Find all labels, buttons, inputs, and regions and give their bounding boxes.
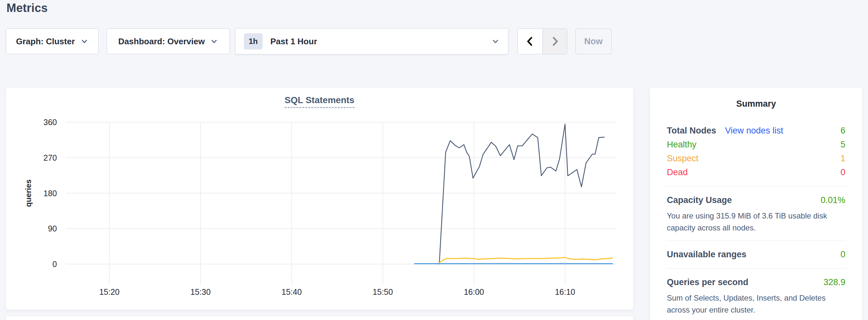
previous-time-window-button[interactable]: [518, 29, 542, 54]
dead-label: Dead: [667, 165, 688, 180]
dashboard-dropdown[interactable]: Dashboard: Overview: [107, 28, 230, 54]
chevron-down-icon: [491, 37, 500, 45]
total-nodes-value: 6: [840, 124, 845, 138]
summary-title: Summary: [667, 99, 845, 109]
queries-per-second-value: 328.9: [824, 276, 845, 289]
now-button[interactable]: Now: [575, 28, 612, 54]
time-range-label: Past 1 Hour: [270, 36, 484, 46]
total-nodes-label: Total Nodes: [667, 126, 716, 135]
chevron-down-icon: [210, 37, 218, 45]
time-range-picker[interactable]: 1h Past 1 Hour: [235, 28, 508, 54]
svg-text:16:10: 16:10: [555, 287, 575, 296]
svg-text:queries: queries: [24, 180, 33, 207]
divider: [667, 241, 845, 241]
svg-text:15:40: 15:40: [282, 287, 302, 296]
unavailable-ranges-value: 0: [840, 248, 845, 261]
svg-text:15:30: 15:30: [190, 287, 211, 296]
dashboard-dropdown-label: Dashboard: Overview: [118, 36, 205, 46]
queries-per-second-description: Sum of Selects, Updates, Inserts, and De…: [667, 292, 845, 316]
unavailable-ranges-row: Unavailable ranges 0: [667, 248, 845, 261]
svg-text:0: 0: [52, 260, 57, 268]
svg-text:270: 270: [43, 153, 57, 162]
chevron-right-icon: [550, 36, 560, 47]
svg-text:90: 90: [48, 224, 57, 233]
svg-text:16:00: 16:00: [464, 287, 484, 296]
capacity-usage-row: Capacity Usage 0.01%: [667, 193, 845, 207]
chevron-down-icon: [80, 37, 89, 45]
time-shift-button-group: [518, 28, 567, 54]
navy-series-line: [439, 124, 604, 264]
suspect-nodes-row: Suspect 1: [667, 152, 845, 165]
next-chart-card-partial: [6, 316, 633, 320]
unavailable-ranges-label: Unavailable ranges: [667, 248, 746, 261]
page-title: Metrics: [6, 1, 48, 15]
svg-text:180: 180: [43, 189, 57, 198]
capacity-usage-description: You are using 315.9 MiB of 3.6 TiB usabl…: [667, 210, 845, 234]
suspect-label: Suspect: [667, 152, 699, 165]
graph-scope-dropdown-label: Graph: Cluster: [16, 36, 75, 46]
chevron-left-icon: [525, 36, 535, 47]
divider: [667, 268, 845, 268]
svg-text:360: 360: [43, 118, 57, 127]
queries-per-second-label: Queries per second: [667, 276, 748, 289]
dead-nodes-row: Dead 0: [667, 165, 845, 180]
sql-statements-chart-card: SQL Statements 09018027036015:2015:3015:…: [6, 88, 633, 310]
healthy-nodes-row: Healthy 5: [667, 138, 845, 152]
dead-value: 0: [840, 165, 845, 180]
yellow-series-line: [438, 257, 613, 264]
healthy-label: Healthy: [667, 138, 696, 152]
next-time-window-button[interactable]: [542, 29, 567, 54]
svg-text:15:20: 15:20: [99, 287, 120, 296]
summary-panel: Summary Total Nodes View nodes list 6 He…: [650, 88, 862, 320]
queries-per-second-row: Queries per second 328.9: [667, 276, 845, 289]
suspect-value: 1: [840, 152, 845, 165]
time-range-badge: 1h: [244, 33, 262, 50]
svg-text:15:50: 15:50: [373, 287, 393, 296]
view-nodes-list-link[interactable]: View nodes list: [725, 126, 783, 135]
capacity-usage-value: 0.01%: [820, 193, 845, 207]
graph-scope-dropdown[interactable]: Graph: Cluster: [6, 28, 99, 54]
total-nodes-row: Total Nodes View nodes list 6: [667, 124, 845, 138]
capacity-usage-label: Capacity Usage: [667, 193, 732, 207]
sql-statements-chart: 09018027036015:2015:3015:4015:5016:0016:…: [6, 88, 633, 310]
divider: [667, 186, 845, 187]
healthy-value: 5: [840, 138, 845, 152]
